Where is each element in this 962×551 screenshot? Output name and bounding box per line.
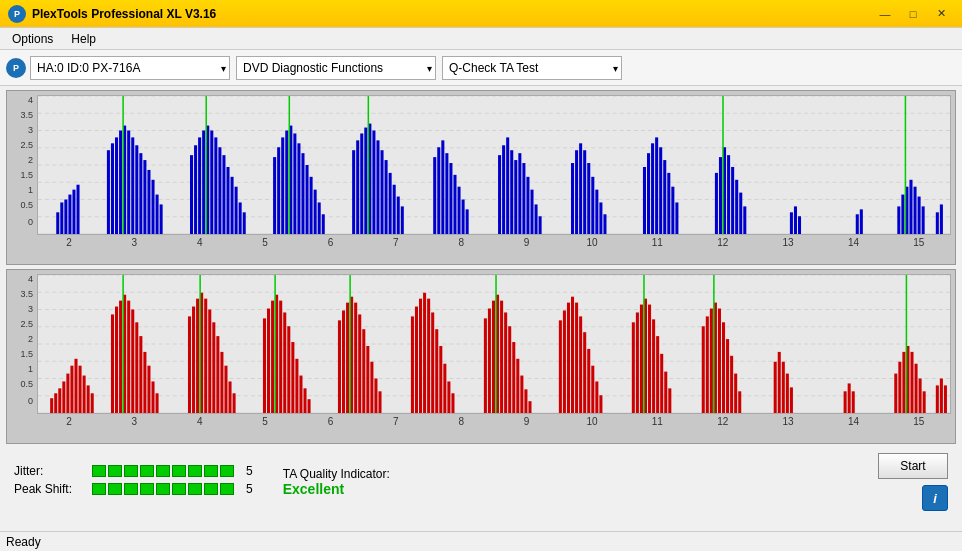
svg-rect-16 xyxy=(111,143,114,234)
svg-rect-26 xyxy=(151,180,154,234)
svg-rect-38 xyxy=(222,155,225,234)
svg-rect-211 xyxy=(431,312,434,413)
svg-rect-198 xyxy=(354,303,357,413)
svg-rect-196 xyxy=(346,303,349,413)
close-button[interactable]: ✕ xyxy=(928,5,954,23)
info-button[interactable]: i xyxy=(922,485,948,511)
svg-rect-237 xyxy=(587,349,590,413)
peak-seg-7 xyxy=(188,483,202,495)
svg-rect-217 xyxy=(484,318,487,413)
svg-rect-268 xyxy=(844,391,847,413)
svg-rect-80 xyxy=(462,200,465,235)
svg-rect-17 xyxy=(115,137,118,234)
svg-rect-150 xyxy=(74,359,77,413)
svg-rect-266 xyxy=(786,374,789,413)
jitter-row: Jitter: 5 xyxy=(14,464,253,478)
minimize-button[interactable]: — xyxy=(872,5,898,23)
svg-rect-185 xyxy=(279,301,282,413)
svg-rect-210 xyxy=(427,299,430,413)
svg-rect-134 xyxy=(940,204,943,234)
svg-rect-183 xyxy=(271,301,274,413)
svg-rect-12 xyxy=(68,195,71,234)
svg-rect-156 xyxy=(115,307,118,413)
svg-rect-189 xyxy=(295,359,298,413)
svg-rect-57 xyxy=(322,214,325,234)
title-bar: P PlexTools Professional XL V3.16 — □ ✕ xyxy=(0,0,962,28)
svg-rect-147 xyxy=(62,381,65,413)
svg-rect-82 xyxy=(498,155,501,234)
svg-rect-187 xyxy=(287,326,290,413)
svg-rect-152 xyxy=(83,376,86,413)
svg-rect-212 xyxy=(435,329,438,413)
svg-rect-59 xyxy=(352,150,355,234)
svg-rect-200 xyxy=(362,329,365,413)
svg-rect-55 xyxy=(314,190,317,234)
svg-rect-64 xyxy=(372,131,375,235)
status-bar: Ready xyxy=(0,531,962,551)
svg-rect-202 xyxy=(370,362,373,413)
svg-rect-42 xyxy=(239,202,242,234)
x-label-10: 10 xyxy=(560,237,624,248)
svg-rect-123 xyxy=(856,214,859,234)
svg-rect-100 xyxy=(599,202,602,234)
function-select[interactable]: DVD Diagnostic Functions xyxy=(236,56,436,80)
peak-shift-label: Peak Shift: xyxy=(14,482,84,496)
svg-rect-45 xyxy=(273,157,276,234)
jitter-seg-9 xyxy=(220,465,234,477)
bottom-panel: Jitter: 5 Peak Shift: xyxy=(0,448,962,516)
start-button[interactable]: Start xyxy=(878,453,948,479)
svg-rect-165 xyxy=(151,381,154,413)
y2-label-4: 4 xyxy=(9,274,33,284)
svg-rect-83 xyxy=(502,145,505,234)
svg-rect-154 xyxy=(91,393,94,413)
svg-rect-181 xyxy=(263,318,266,413)
svg-rect-245 xyxy=(648,305,651,413)
svg-rect-247 xyxy=(656,336,659,413)
svg-rect-277 xyxy=(919,379,922,414)
x2-label-11: 11 xyxy=(625,416,689,427)
svg-rect-168 xyxy=(188,316,191,413)
svg-rect-106 xyxy=(659,147,662,234)
svg-rect-174 xyxy=(212,322,215,413)
svg-rect-188 xyxy=(291,342,294,413)
svg-rect-272 xyxy=(898,362,901,413)
svg-rect-203 xyxy=(374,379,377,414)
svg-rect-126 xyxy=(901,195,904,234)
svg-rect-271 xyxy=(894,374,897,413)
svg-rect-67 xyxy=(385,160,388,234)
svg-rect-69 xyxy=(393,185,396,234)
svg-rect-65 xyxy=(376,140,379,234)
jitter-seg-5 xyxy=(156,465,170,477)
svg-rect-117 xyxy=(739,193,742,234)
svg-rect-226 xyxy=(520,376,523,413)
device-select[interactable]: HA:0 ID:0 PX-716A xyxy=(30,56,230,80)
peak-shift-bars xyxy=(92,483,234,495)
y2-label-05: 0.5 xyxy=(9,379,33,389)
svg-rect-32 xyxy=(198,137,201,234)
svg-rect-145 xyxy=(54,393,57,413)
svg-rect-149 xyxy=(70,366,73,413)
svg-rect-214 xyxy=(443,364,446,413)
svg-rect-70 xyxy=(397,197,400,234)
svg-rect-172 xyxy=(204,299,207,413)
svg-rect-103 xyxy=(647,153,650,234)
test-select[interactable]: Q-Check TA Test xyxy=(442,56,622,80)
bottom-chart-svg xyxy=(38,275,950,413)
svg-rect-73 xyxy=(433,157,436,234)
svg-rect-227 xyxy=(524,389,527,413)
menu-help[interactable]: Help xyxy=(63,30,104,48)
menu-options[interactable]: Options xyxy=(4,30,61,48)
y-label-1: 1 xyxy=(9,185,33,195)
jitter-seg-7 xyxy=(188,465,202,477)
svg-rect-215 xyxy=(447,381,450,413)
peak-shift-value: 5 xyxy=(246,482,253,496)
svg-rect-213 xyxy=(439,346,442,413)
svg-rect-54 xyxy=(310,177,313,234)
svg-rect-97 xyxy=(587,163,590,234)
peak-seg-1 xyxy=(92,483,106,495)
svg-rect-243 xyxy=(640,305,643,413)
svg-rect-47 xyxy=(281,137,284,234)
svg-rect-233 xyxy=(571,297,574,413)
svg-rect-39 xyxy=(226,167,229,234)
maximize-button[interactable]: □ xyxy=(900,5,926,23)
